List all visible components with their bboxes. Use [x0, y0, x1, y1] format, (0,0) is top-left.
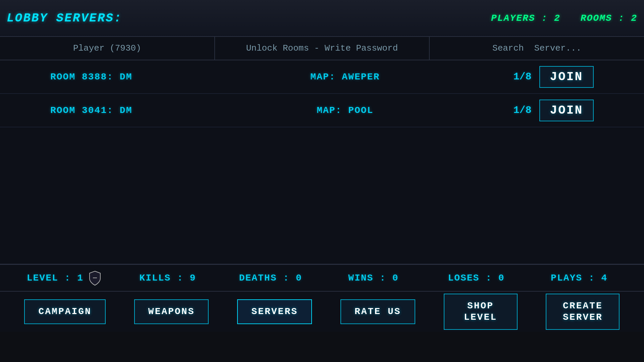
- table-row: ROOM 8388: DM MAP: AWEPER 1/8 JOIN: [0, 60, 644, 94]
- players-count: PLAYERS : 2: [491, 13, 560, 23]
- shield-icon: [87, 270, 103, 286]
- header: LOBBY SERVERS: PLAYERS : 2 ROOMS : 2: [0, 0, 644, 37]
- weapons-button[interactable]: WEAPONS: [134, 299, 209, 324]
- top-bar: [0, 37, 644, 60]
- level-label: LEVEL : 1: [27, 273, 84, 283]
- rate-us-button[interactable]: RaTE Us: [340, 299, 415, 324]
- deaths-stat: DEATHS : 0: [219, 273, 322, 283]
- room-list: ROOM 8388: DM MAP: AWEPER 1/8 JOIN ROOM …: [0, 60, 644, 265]
- wins-stat: WINS : 0: [322, 273, 425, 283]
- shop-level-button[interactable]: ShOPLevel: [444, 294, 518, 329]
- password-section[interactable]: [215, 37, 430, 60]
- kills-stat: KILLS : 9: [116, 273, 219, 283]
- room-name-1: ROOM 8388: DM: [50, 72, 184, 82]
- servers-button[interactable]: SERVERS: [237, 299, 312, 324]
- header-stats: PLAYERS : 2 ROOMS : 2: [491, 13, 637, 23]
- campaign-button[interactable]: CAMPAIGN: [24, 299, 105, 324]
- join-button-1[interactable]: JOIN: [539, 66, 594, 88]
- bottom-nav: CAMPAIGN WEAPONS SERVERS RaTE Us ShOPLev…: [0, 292, 644, 332]
- room-name-2: ROOM 3041: DM: [50, 105, 184, 116]
- password-input[interactable]: [222, 43, 423, 53]
- search-input[interactable]: [436, 43, 637, 53]
- player-input[interactable]: [7, 43, 208, 53]
- search-section[interactable]: [430, 37, 644, 60]
- room-map-2: MAP: POOL: [184, 105, 506, 116]
- plays-stat: PLAYS : 4: [528, 273, 631, 283]
- table-row: ROOM 3041: DM MAP: POOL 1/8 JOIN: [0, 94, 644, 127]
- rooms-count: ROOMS : 2: [581, 13, 637, 23]
- stats-bar: LEVEL : 1 KILLS : 9 DEATHS : 0 WINS : 0 …: [0, 265, 644, 292]
- loses-stat: LOSES : 0: [425, 273, 528, 283]
- room-players-2: 1/8: [506, 105, 539, 116]
- lobby-title: LOBBY SERVERS:: [7, 11, 141, 25]
- create-server-button[interactable]: CReateserver: [546, 294, 620, 329]
- level-stat: LEVEL : 1: [13, 270, 116, 286]
- player-section[interactable]: [0, 37, 215, 60]
- room-map-1: MAP: AWEPER: [184, 72, 506, 82]
- join-button-2[interactable]: JOIN: [539, 100, 594, 121]
- room-players-1: 1/8: [506, 71, 539, 82]
